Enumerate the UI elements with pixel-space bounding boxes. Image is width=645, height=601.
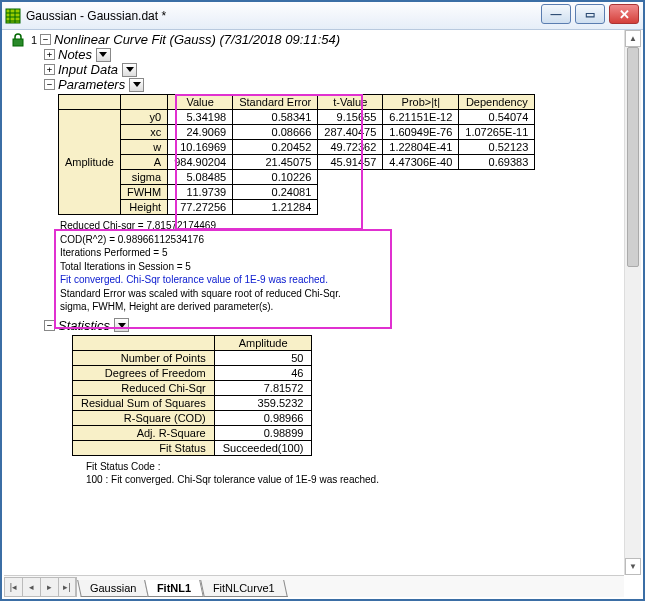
param-r0-name: y0 (120, 110, 167, 125)
tab-fitnlcurve1[interactable]: FitNLCurve1 (200, 580, 287, 597)
tab-gaussian[interactable]: Gaussian (77, 580, 149, 597)
param-h-se: Standard Error (233, 95, 318, 110)
section-input: Input Data (58, 62, 118, 77)
fitinfo-l3: Iterations Performed = 5 (60, 246, 386, 260)
c: 0.52123 (459, 140, 535, 155)
c: 77.27256 (168, 200, 233, 215)
scroll-down-button[interactable]: ▼ (625, 558, 641, 575)
stats-r3-l: Residual Sum of Squares (73, 395, 215, 410)
tab-nav-prev[interactable]: ◂ (22, 577, 40, 597)
stats-corner (73, 335, 215, 350)
stats-r4-l: R-Square (COD) (73, 410, 215, 425)
fitinfo-l4: Total Iterations in Session = 5 (60, 260, 386, 274)
c: 21.45075 (233, 155, 318, 170)
param-r5-name: FWHM (120, 185, 167, 200)
section-parameters: Parameters (58, 77, 125, 92)
c: 49.72362 (318, 140, 383, 155)
scroll-up-button[interactable]: ▲ (625, 30, 641, 47)
stats-r3-v: 359.5232 (214, 395, 312, 410)
statistics-table[interactable]: Amplitude Number of Points50 Degrees of … (72, 335, 312, 456)
c: 1.21284 (233, 200, 318, 215)
titlebar[interactable]: Gaussian - Gaussian.dat * — ▭ ✕ (2, 2, 643, 30)
lock-index: 1 (28, 34, 40, 46)
c: 0.20452 (233, 140, 318, 155)
input-dropdown[interactable] (122, 63, 137, 77)
stats-r4-v: 0.98966 (214, 410, 312, 425)
lock-icon[interactable] (8, 33, 28, 47)
parameters-table[interactable]: Value Standard Error t-Value Prob>|t| De… (58, 94, 535, 215)
notes-dropdown[interactable] (96, 48, 111, 62)
param-r0-dep: 0.54074 (459, 110, 535, 125)
param-r2-name: w (120, 140, 167, 155)
param-r1-name: xc (120, 125, 167, 140)
stats-r0-v: 50 (214, 350, 312, 365)
stats-r2-l: Reduced Chi-Sqr (73, 380, 215, 395)
section-statistics: Statistics (58, 318, 110, 333)
status-l2: 100 : Fit converged. Chi-Sqr tolerance v… (86, 473, 624, 487)
sheet-tabbar: |◂ ◂ ▸ ▸| Gaussian FitNL1 FitNLCurve1 (4, 575, 624, 597)
expand-parameters[interactable]: − (44, 79, 55, 90)
expand-statistics[interactable]: − (44, 320, 55, 331)
c: 0.24081 (233, 185, 318, 200)
fitinfo-l6: Standard Error was scaled with square ro… (60, 287, 386, 301)
param-group: Amplitude (59, 110, 121, 215)
tab-nav-next[interactable]: ▸ (40, 577, 58, 597)
param-r3-name: A (120, 155, 167, 170)
app-icon (2, 2, 24, 29)
svg-rect-6 (13, 39, 23, 46)
window-title: Gaussian - Gaussian.dat * (24, 2, 541, 29)
stats-header: Amplitude (214, 335, 312, 350)
minimize-button[interactable]: — (541, 4, 571, 24)
param-corner (59, 95, 121, 110)
scroll-thumb[interactable] (627, 47, 639, 267)
c: 0.08666 (233, 125, 318, 140)
tab-nav-first[interactable]: |◂ (4, 577, 22, 597)
expand-main[interactable]: − (40, 34, 51, 45)
c: 984.90204 (168, 155, 233, 170)
c: 0.69383 (459, 155, 535, 170)
fit-status-note: Fit Status Code : 100 : Fit converged. C… (86, 460, 624, 487)
param-h-t: t-Value (318, 95, 383, 110)
param-r6-name: Height (120, 200, 167, 215)
stats-r2-v: 7.81572 (214, 380, 312, 395)
expand-notes[interactable]: + (44, 49, 55, 60)
maximize-button[interactable]: ▭ (575, 4, 605, 24)
status-l1: Fit Status Code : (86, 460, 624, 474)
statistics-dropdown[interactable] (114, 318, 129, 332)
fit-title: Nonlinear Curve Fit (Gauss) (7/31/2018 0… (54, 32, 340, 47)
stats-r5-l: Adj. R-Square (73, 425, 215, 440)
fitinfo-l2: COD(R^2) = 0.98966112534176 (60, 233, 386, 247)
app-window: Gaussian - Gaussian.dat * — ▭ ✕ 1 − Nonl… (0, 0, 645, 601)
c: 11.9739 (168, 185, 233, 200)
c: 5.08485 (168, 170, 233, 185)
content-area: 1 − Nonlinear Curve Fit (Gauss) (7/31/20… (4, 30, 624, 575)
stats-r6-l: Fit Status (73, 440, 215, 455)
param-r0-t: 9.15655 (318, 110, 383, 125)
stats-r1-l: Degrees of Freedom (73, 365, 215, 380)
parameters-dropdown[interactable] (129, 78, 144, 92)
c: 287.40475 (318, 125, 383, 140)
stats-r0-l: Number of Points (73, 350, 215, 365)
param-h-dep: Dependency (459, 95, 535, 110)
param-namecol (120, 95, 167, 110)
fitinfo-l1: Reduced Chi-sqr = 7.81572174469 (60, 219, 386, 233)
param-h-p: Prob>|t| (383, 95, 459, 110)
stats-r1-v: 46 (214, 365, 312, 380)
vertical-scrollbar[interactable]: ▲ ▼ (624, 30, 641, 575)
stats-r5-v: 0.98899 (214, 425, 312, 440)
c: 1.07265E-11 (459, 125, 535, 140)
stats-r6-v: Succeeded(100) (214, 440, 312, 455)
close-button[interactable]: ✕ (609, 4, 639, 24)
fit-info-box: Reduced Chi-sqr = 7.81572174469 COD(R^2)… (58, 217, 388, 316)
fitinfo-l7: sigma, FWHM, Height are derived paramete… (60, 300, 386, 314)
expand-input[interactable]: + (44, 64, 55, 75)
section-notes: Notes (58, 47, 92, 62)
param-r0-val: 5.34198 (168, 110, 233, 125)
param-r0-se: 0.58341 (233, 110, 318, 125)
c: 24.9069 (168, 125, 233, 140)
param-r4-name: sigma (120, 170, 167, 185)
fitinfo-l5: Fit converged. Chi-Sqr tolerance value o… (60, 273, 386, 287)
tab-fitnl1[interactable]: FitNL1 (145, 580, 205, 597)
tab-nav-last[interactable]: ▸| (58, 577, 76, 597)
param-r0-p: 6.21151E-12 (383, 110, 459, 125)
